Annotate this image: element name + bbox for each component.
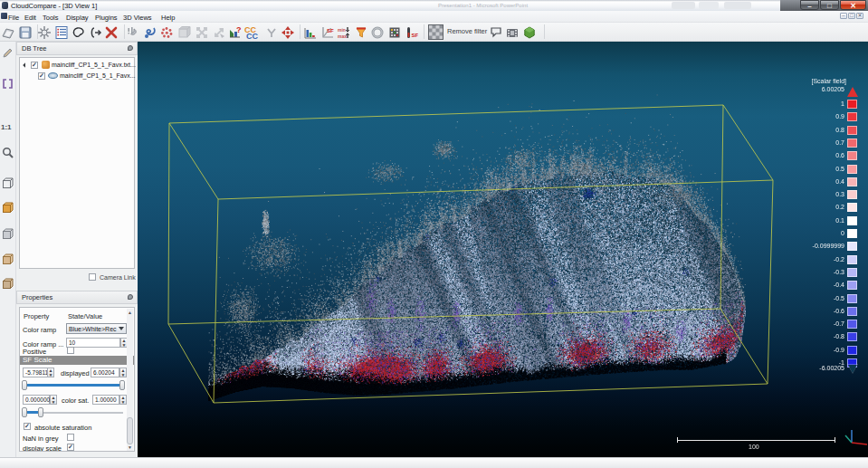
- svg-text:SF: SF: [327, 28, 334, 33]
- svg-text:?: ?: [236, 25, 242, 34]
- svg-text:CC: CC: [246, 32, 258, 41]
- svg-text:max: max: [338, 33, 347, 39]
- svg-text:min: min: [338, 27, 346, 33]
- svg-text:SF: SF: [412, 33, 419, 38]
